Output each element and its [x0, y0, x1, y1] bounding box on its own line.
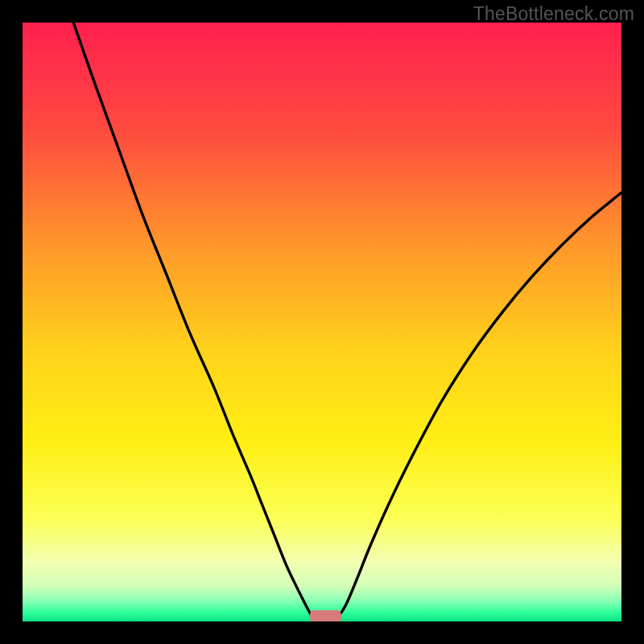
chart-svg [23, 23, 621, 621]
chart-plot [23, 23, 621, 621]
watermark-text: TheBottleneck.com [473, 3, 634, 25]
bottleneck-marker [310, 610, 341, 621]
gradient-background [23, 23, 621, 621]
outer-frame: TheBottleneck.com [0, 0, 644, 644]
